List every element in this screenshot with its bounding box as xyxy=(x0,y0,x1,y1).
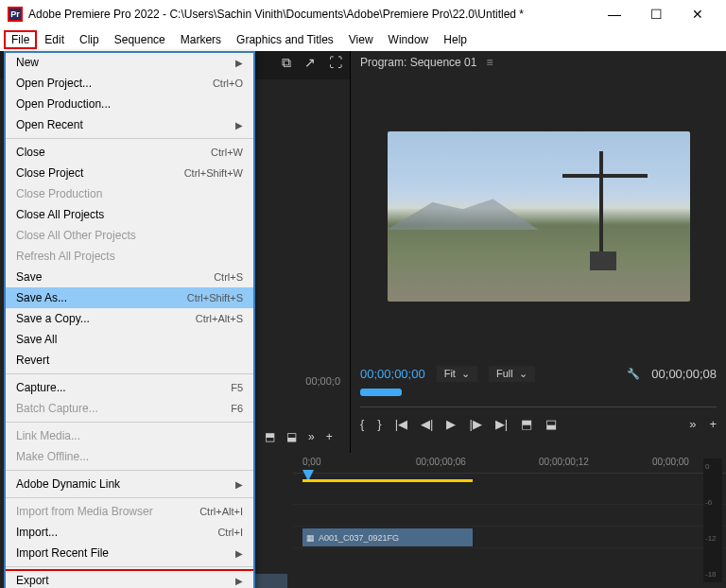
mark-out-button[interactable]: } xyxy=(377,417,381,431)
program-preview[interactable] xyxy=(388,131,690,302)
menu-shortcut: Ctrl+Alt+I xyxy=(199,506,243,517)
program-tc-duration: 00;00;00;08 xyxy=(651,367,717,381)
menu-graphics[interactable]: Graphics and Titles xyxy=(229,30,341,49)
menu-clip[interactable]: Clip xyxy=(72,30,107,49)
menu-label: Open Project... xyxy=(16,77,213,90)
menu-label: Open Recent xyxy=(16,118,235,131)
program-title: Program: Sequence 01 xyxy=(360,56,476,69)
chevron-down-icon: ⌄ xyxy=(519,368,527,380)
menu-item-save-all[interactable]: Save All xyxy=(5,329,254,350)
menu-label: Batch Capture... xyxy=(16,402,231,415)
menu-item-revert[interactable]: Revert xyxy=(5,350,254,371)
menu-separator xyxy=(5,373,254,374)
double-chevron-icon[interactable]: » xyxy=(308,430,315,443)
menu-label: Adobe Dynamic Link xyxy=(16,477,235,491)
menu-label: Close xyxy=(16,146,211,159)
menu-shortcut: Ctrl+W xyxy=(211,147,243,158)
menu-markers[interactable]: Markers xyxy=(173,30,229,49)
menu-item-open-production[interactable]: Open Production... xyxy=(5,94,254,114)
hamburger-icon[interactable]: ≡ xyxy=(486,56,493,69)
menu-file[interactable]: File xyxy=(4,30,37,49)
program-scrub[interactable] xyxy=(360,390,717,407)
menu-label: Save As... xyxy=(16,291,187,304)
menu-item-close-all-projects[interactable]: Close All Projects xyxy=(5,204,254,225)
menu-item-close[interactable]: CloseCtrl+W xyxy=(5,142,254,163)
menu-shortcut: Ctrl+Alt+S xyxy=(196,313,243,324)
more-icon[interactable]: » xyxy=(689,417,696,431)
plus-icon[interactable]: + xyxy=(326,430,333,443)
menu-item-close-all-other-projects: Close All Other Projects xyxy=(5,225,254,246)
menu-label: New xyxy=(16,56,235,69)
menu-separator xyxy=(5,422,254,423)
program-tc-current[interactable]: 00;00;00;00 xyxy=(360,367,425,381)
film-icon: ▦ xyxy=(306,533,315,543)
chevron-down-icon: ⌄ xyxy=(461,368,470,380)
menu-edit[interactable]: Edit xyxy=(37,30,72,49)
menu-shortcut: Ctrl+Shift+S xyxy=(187,292,243,303)
track-row-v2[interactable] xyxy=(293,505,726,527)
menu-help[interactable]: Help xyxy=(436,30,475,49)
menu-item-open-recent[interactable]: Open Recent▶ xyxy=(5,114,254,135)
timeline-ruler[interactable]: 0;00 00;00;00;06 00;00;00;12 00;00;00 xyxy=(293,453,726,474)
mark-in-button[interactable]: { xyxy=(360,417,364,431)
menu-label: Close All Projects xyxy=(16,208,243,221)
menu-label: Save All xyxy=(16,333,243,346)
menu-item-capture[interactable]: Capture...F5 xyxy=(5,377,254,398)
menu-item-save[interactable]: SaveCtrl+S xyxy=(5,267,254,287)
play-button[interactable]: ▶ xyxy=(446,417,456,431)
export-icon[interactable]: ↗ xyxy=(304,55,316,71)
menu-separator xyxy=(5,497,254,498)
menu-item-save-as[interactable]: Save As...Ctrl+Shift+S xyxy=(5,287,254,308)
step-fwd-button[interactable]: |▶ xyxy=(469,417,481,431)
menu-shortcut: F6 xyxy=(231,403,243,414)
wrench-icon[interactable]: 🔧 xyxy=(627,368,640,380)
work-area-bar[interactable] xyxy=(302,479,473,482)
menu-view[interactable]: View xyxy=(341,30,381,49)
menu-separator xyxy=(5,138,254,139)
close-button[interactable]: ✕ xyxy=(677,1,718,27)
menu-separator xyxy=(5,470,254,471)
menu-shortcut: F5 xyxy=(231,382,243,393)
overwrite-icon[interactable]: ⬓ xyxy=(286,430,297,443)
insert-icon[interactable]: ⬒ xyxy=(265,430,275,443)
fullscreen-icon[interactable]: ⛶ xyxy=(329,55,342,71)
menubar: File Edit Clip Sequence Markers Graphics… xyxy=(0,28,726,51)
minimize-button[interactable]: — xyxy=(594,1,635,27)
overwrite-button[interactable]: ⬓ xyxy=(545,417,557,431)
goto-in-button[interactable]: |◀ xyxy=(395,417,407,431)
menu-item-import-recent-file[interactable]: Import Recent File▶ xyxy=(5,543,254,563)
file-menu: New▶Open Project...Ctrl+OOpen Production… xyxy=(4,51,255,588)
menu-item-close-project[interactable]: Close ProjectCtrl+Shift+W xyxy=(5,163,254,183)
menu-item-new[interactable]: New▶ xyxy=(5,52,254,73)
menu-shortcut: Ctrl+I xyxy=(217,527,243,538)
audio-meter: 0 -6 -12 -18 xyxy=(703,458,722,582)
menu-label: Capture... xyxy=(16,381,231,394)
scrub-handle[interactable] xyxy=(360,389,402,396)
goto-out-button[interactable]: ▶| xyxy=(495,417,508,431)
menu-item-import[interactable]: Import...Ctrl+I xyxy=(5,522,254,543)
track-row-v1[interactable]: ▦A001_C037_0921FG xyxy=(293,527,726,548)
submenu-arrow-icon: ▶ xyxy=(235,548,243,559)
menu-sequence[interactable]: Sequence xyxy=(107,30,173,49)
menu-label: Save a Copy... xyxy=(16,312,196,325)
menu-item-export[interactable]: Export▶ xyxy=(5,570,254,588)
source-tc-left: 00;00;0 xyxy=(305,375,340,387)
new-window-icon[interactable]: ⧉ xyxy=(282,55,291,71)
menu-label: Save xyxy=(16,270,214,284)
insert-button[interactable]: ⬒ xyxy=(521,417,532,431)
add-button[interactable]: + xyxy=(709,417,717,431)
menu-window[interactable]: Window xyxy=(381,30,437,49)
menu-shortcut: Ctrl+O xyxy=(213,78,243,89)
menu-item-open-project[interactable]: Open Project...Ctrl+O xyxy=(5,73,254,94)
program-panel: Program: Sequence 01 ≡ 00;00;00;00 Fit⌄ … xyxy=(350,51,726,453)
zoom-dropdown[interactable]: Full⌄ xyxy=(489,366,535,382)
maximize-button[interactable]: ☐ xyxy=(635,1,677,27)
fit-dropdown[interactable]: Fit⌄ xyxy=(437,366,477,382)
step-back-button[interactable]: ◀| xyxy=(421,417,433,431)
timeline-tracks[interactable]: 0;00 00;00;00;06 00;00;00;12 00;00;00 ▦A… xyxy=(293,453,726,588)
menu-item-save-a-copy[interactable]: Save a Copy...Ctrl+Alt+S xyxy=(5,308,254,329)
menu-item-adobe-dynamic-link[interactable]: Adobe Dynamic Link▶ xyxy=(5,474,254,494)
track-row-v3[interactable] xyxy=(293,483,726,505)
video-clip[interactable]: ▦A001_C037_0921FG xyxy=(302,528,473,546)
menu-label: Import from Media Browser xyxy=(16,505,199,518)
